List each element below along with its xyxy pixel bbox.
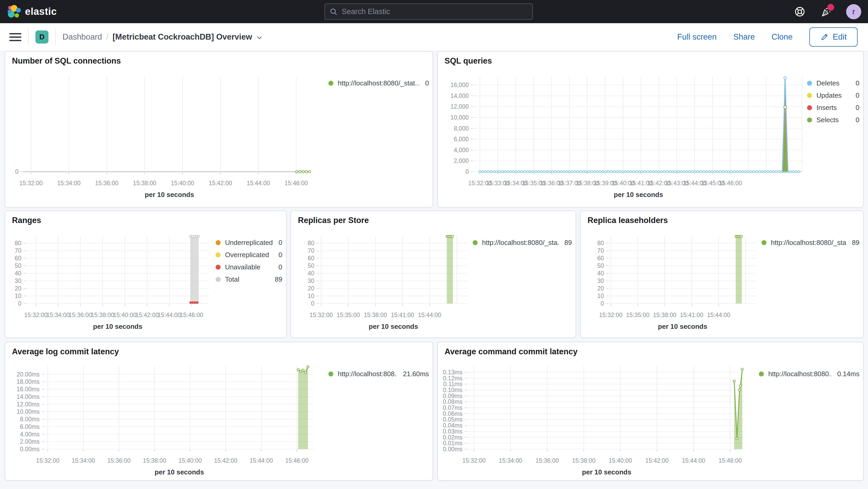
svg-text:8,000: 8,000: [454, 125, 469, 132]
edit-button-label: Edit: [833, 32, 847, 42]
svg-text:10: 10: [597, 293, 604, 299]
legend-item[interactable]: http://localhost:8080/_sta...89: [473, 239, 572, 247]
newsfeed-button[interactable]: [820, 6, 832, 18]
svg-text:15:44:00: 15:44:00: [418, 312, 441, 318]
legend-item[interactable]: Total89: [216, 275, 282, 283]
page-title: [Metricbeat CockroachDB] Overview: [113, 32, 252, 42]
help-button[interactable]: [794, 6, 806, 18]
svg-text:12,000: 12,000: [451, 103, 469, 110]
svg-text:per 10 seconds: per 10 seconds: [93, 323, 142, 330]
breadcrumb-separator: /: [106, 32, 108, 42]
clone-button[interactable]: Clone: [772, 32, 793, 42]
dashboard-app-badge[interactable]: D: [35, 30, 49, 43]
series-color-dot: [216, 240, 221, 245]
panel-sql-queries: SQL queries 15:32:0015:33:0015:34:0015:3…: [437, 51, 864, 208]
elastic-logo[interactable]: elastic: [7, 5, 57, 19]
svg-text:0: 0: [15, 168, 19, 175]
svg-text:15:36:00: 15:36:00: [95, 180, 119, 186]
title-menu-button[interactable]: [256, 34, 263, 41]
svg-text:0.07ms: 0.07ms: [443, 404, 463, 411]
search-input[interactable]: [341, 7, 528, 16]
log-commit-latency-chart[interactable]: 15:32:0015:34:0015:36:0015:38:0015:40:00…: [5, 358, 329, 481]
legend-value: 0: [850, 104, 859, 112]
svg-text:15:38:00: 15:38:00: [143, 457, 166, 464]
series-color-dot: [807, 118, 812, 122]
replicas-per-store-chart[interactable]: 15:32:0015:35:0015:38:0015:41:0015:44:00…: [291, 227, 473, 338]
svg-text:15:32:00: 15:32:00: [599, 312, 622, 318]
svg-text:0.10ms: 0.10ms: [443, 387, 463, 393]
legend-value: 0.14ms: [832, 370, 859, 378]
legend-value: 89: [269, 275, 282, 283]
svg-text:2,000: 2,000: [454, 157, 469, 164]
svg-text:0.01ms: 0.01ms: [443, 440, 463, 447]
legend-item[interactable]: Unavailable0: [216, 263, 282, 271]
legend-item[interactable]: Overreplicated0: [216, 251, 282, 259]
svg-text:per 10 seconds: per 10 seconds: [369, 323, 418, 330]
legend-item[interactable]: http://localhost:8080/_sta...89: [762, 239, 859, 247]
svg-text:50: 50: [308, 262, 314, 269]
legend-item[interactable]: http://localhost:8080...0.14ms: [759, 370, 859, 378]
svg-text:15:42:00: 15:42:00: [214, 457, 238, 464]
legend-label: Overreplicated: [225, 251, 269, 259]
legend-item[interactable]: Underreplicated0: [216, 239, 282, 247]
svg-text:10: 10: [308, 293, 314, 299]
legend-item[interactable]: http://localhost:808...21.60ms: [329, 370, 429, 378]
svg-text:15:34:00: 15:34:00: [72, 457, 95, 464]
legend-item[interactable]: http://localhost:8080/_stat...0: [329, 79, 429, 87]
legend-item[interactable]: Selects0: [807, 116, 859, 124]
global-search[interactable]: [324, 3, 533, 20]
search-icon: [330, 7, 338, 16]
svg-text:40: 40: [308, 270, 314, 277]
svg-text:80: 80: [308, 240, 314, 246]
svg-text:70: 70: [14, 247, 21, 254]
avatar-initial: r: [852, 7, 855, 16]
command-commit-latency-chart[interactable]: 15:32:0015:34:0015:36:0015:38:0015:40:00…: [438, 358, 759, 481]
series-color-dot: [216, 265, 221, 270]
share-button[interactable]: Share: [733, 32, 755, 42]
svg-text:0: 0: [18, 300, 21, 307]
svg-text:0.11ms: 0.11ms: [443, 380, 463, 388]
svg-text:15:46:00: 15:46:00: [719, 180, 742, 186]
legend-value: 0: [420, 79, 429, 87]
svg-text:per 10 seconds: per 10 seconds: [145, 191, 194, 198]
svg-text:15:42:00: 15:42:00: [135, 312, 159, 318]
svg-text:2.00ms: 2.00ms: [20, 438, 39, 445]
svg-text:10: 10: [14, 293, 21, 299]
sql-queries-chart[interactable]: 15:32:0015:33:0015:34:0015:35:0015:36:00…: [438, 67, 807, 208]
svg-text:40: 40: [597, 270, 604, 277]
full-screen-button[interactable]: Full screen: [677, 32, 717, 42]
legend-label: http://localhost:8080/_stat...: [338, 79, 420, 87]
legend-item[interactable]: Updates0: [807, 91, 859, 99]
app-badge-letter: D: [39, 33, 44, 41]
legend-item[interactable]: Inserts0: [807, 104, 859, 112]
sql-connections-chart[interactable]: 15:32:0015:34:0015:36:0015:38:0015:40:00…: [5, 67, 329, 208]
svg-text:50: 50: [14, 262, 21, 269]
svg-text:15:35:00: 15:35:00: [626, 312, 650, 318]
legend-label: http://localhost:8080/_sta...: [771, 239, 846, 247]
menu-button[interactable]: [9, 31, 21, 43]
chart-legend: http://localhost:8080/_stat...0: [329, 67, 433, 207]
legend-value: 0: [273, 263, 282, 271]
svg-text:15:32:00: 15:32:00: [36, 457, 60, 464]
breadcrumb-dashboard-link[interactable]: Dashboard: [62, 32, 102, 42]
svg-text:0.00ms: 0.00ms: [443, 446, 463, 453]
svg-text:15:42:00: 15:42:00: [209, 180, 232, 186]
ranges-chart[interactable]: 15:32:0015:34:0015:36:0015:38:0015:40:00…: [5, 227, 216, 338]
svg-text:20: 20: [14, 285, 21, 292]
legend-label: Deletes: [816, 79, 839, 87]
legend-value: 21.60ms: [397, 370, 429, 378]
edit-button[interactable]: Edit: [809, 27, 858, 47]
svg-text:80: 80: [14, 240, 21, 246]
divider: [55, 29, 56, 45]
series-color-dot: [762, 240, 767, 245]
legend-item[interactable]: Deletes0: [807, 79, 859, 87]
user-avatar[interactable]: r: [846, 4, 861, 19]
series-color-dot: [473, 240, 477, 245]
series-color-dot: [216, 277, 221, 282]
svg-text:15:34:00: 15:34:00: [499, 457, 522, 464]
legend-label: http://localhost:8080/_sta...: [482, 239, 559, 247]
replica-leaseholders-chart[interactable]: 15:32:0015:35:0015:38:0015:41:0015:44:00…: [581, 227, 762, 338]
legend-value: 0: [850, 116, 859, 124]
svg-text:15:40:00: 15:40:00: [171, 180, 194, 186]
notification-dot: [827, 4, 834, 11]
